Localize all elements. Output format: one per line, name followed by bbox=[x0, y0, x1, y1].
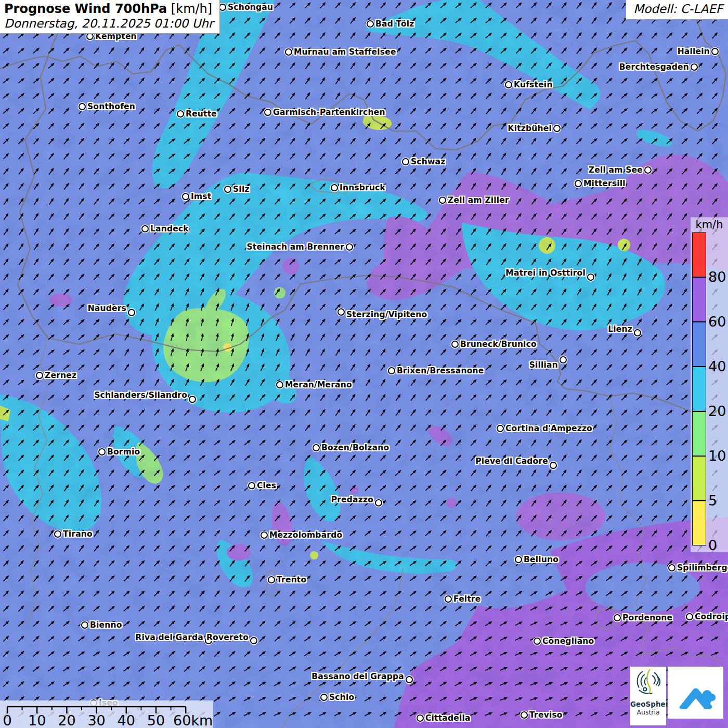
city-marker bbox=[534, 638, 541, 645]
city-marker bbox=[182, 193, 189, 200]
legend-tick-label: 5 bbox=[708, 493, 717, 508]
svg-text:40: 40 bbox=[118, 712, 135, 728]
city-label: Sillian bbox=[529, 360, 558, 370]
city-marker bbox=[320, 694, 328, 701]
city-label: Kufstein bbox=[514, 80, 553, 89]
city-marker bbox=[81, 621, 88, 629]
city-marker bbox=[560, 356, 567, 363]
page-title: Prognose Wind 700hPa [km/h] bbox=[4, 2, 213, 16]
city-marker bbox=[276, 381, 283, 388]
legend-tick-label: 60 bbox=[708, 315, 726, 329]
legend-tick-label: 20 bbox=[708, 404, 726, 418]
city-label: Reutte bbox=[186, 109, 217, 119]
mountain-cloud-icon bbox=[674, 673, 718, 712]
legend-unit-label: km/h bbox=[691, 218, 728, 231]
city-label: Garmisch-Partenkirchen bbox=[273, 108, 385, 117]
city-marker bbox=[375, 499, 382, 506]
city-label: Bozen/Bolzano bbox=[321, 443, 389, 452]
legend-box-10 bbox=[692, 411, 706, 456]
scalebar-graphic: 0102030405060km bbox=[0, 700, 213, 728]
city-label: Sterzing/Vipiteno bbox=[346, 310, 427, 319]
city-marker bbox=[189, 396, 196, 403]
city-label: Matrei in Osttirol bbox=[505, 268, 586, 278]
city-label: Brixen/Bressanone bbox=[397, 366, 484, 375]
city-label: Mezzolombardo bbox=[269, 530, 342, 540]
city-marker bbox=[644, 166, 652, 174]
city-label: Innsbruck bbox=[340, 183, 385, 192]
city-label: Belluno bbox=[524, 555, 558, 564]
city-label: Schlanders/Silandro bbox=[94, 391, 187, 400]
city-marker bbox=[445, 595, 452, 603]
city-label: Bruneck/Brunico bbox=[460, 340, 537, 349]
city-label: Mittersill bbox=[583, 179, 626, 188]
legend-tick-label: 0 bbox=[708, 538, 717, 552]
city-marker bbox=[497, 425, 504, 432]
weather-app-logo bbox=[668, 667, 723, 719]
forecast-datetime: Donnerstag, 20.11.2025 01:00 Uhr bbox=[4, 17, 213, 30]
city-marker bbox=[515, 556, 522, 563]
title-box: Prognose Wind 700hPa [km/h] Donnerstag, … bbox=[0, 0, 220, 34]
legend-box-80 bbox=[692, 232, 706, 277]
city-label: Steinach am Brenner bbox=[246, 242, 344, 252]
city-marker bbox=[285, 48, 292, 56]
city-label: Silz bbox=[233, 185, 250, 194]
city-marker bbox=[406, 676, 413, 683]
city-marker bbox=[402, 158, 409, 165]
legend-box-5 bbox=[692, 456, 706, 501]
city-label: Schio bbox=[329, 693, 354, 702]
city-marker bbox=[86, 33, 94, 40]
city-marker bbox=[388, 367, 395, 374]
city-marker bbox=[177, 110, 184, 118]
city-label: Pordenone bbox=[622, 613, 672, 622]
city-marker bbox=[439, 197, 446, 204]
city-marker bbox=[79, 103, 86, 110]
city-label: Imst bbox=[191, 192, 211, 201]
geosphere-country: Austria bbox=[630, 708, 666, 716]
legend-tick-label: 10 bbox=[708, 449, 726, 463]
city-marker bbox=[98, 448, 106, 456]
legend-tick-label: 80 bbox=[708, 270, 726, 284]
city-marker bbox=[686, 613, 693, 620]
legend-box-60 bbox=[692, 277, 706, 322]
city-label: Treviso bbox=[529, 710, 563, 720]
city-marker bbox=[711, 48, 719, 55]
city-marker bbox=[250, 637, 257, 644]
city-label: Pieve di Cadore bbox=[475, 457, 548, 466]
city-marker bbox=[691, 63, 698, 71]
svg-text:20: 20 bbox=[58, 712, 75, 728]
city-marker bbox=[587, 274, 594, 281]
city-marker bbox=[505, 81, 512, 88]
city-marker bbox=[261, 531, 268, 539]
city-label: Kitzbühel bbox=[508, 124, 552, 133]
city-label: Zell am Ziller bbox=[448, 196, 509, 205]
city-label: Berchtesgaden bbox=[619, 62, 689, 72]
svg-text:30: 30 bbox=[87, 712, 105, 728]
city-marker bbox=[550, 462, 557, 469]
city-label: Codroipo bbox=[695, 612, 728, 621]
city-label: Cittadella bbox=[425, 713, 471, 723]
geosphere-logo: GeoSphere Austria bbox=[630, 667, 666, 725]
city-marker bbox=[128, 309, 135, 316]
city-label: Meran/Merano bbox=[285, 380, 352, 389]
city-label: Tirano bbox=[63, 529, 93, 539]
city-label: Sonthofen bbox=[87, 102, 135, 111]
city-label: Schwaz bbox=[411, 157, 445, 166]
city-labels-layer: SchongauBad TölzKemptenMurnau am Staffel… bbox=[0, 0, 728, 728]
svg-text:0: 0 bbox=[3, 712, 11, 728]
svg-text:60km: 60km bbox=[173, 712, 213, 728]
city-label: Predazzo bbox=[331, 495, 373, 504]
geosphere-contour-icon bbox=[632, 667, 665, 699]
city-label: Zell am See bbox=[589, 165, 643, 175]
geosphere-wordmark: GeoSphere bbox=[630, 700, 666, 708]
city-marker bbox=[417, 714, 424, 722]
city-marker bbox=[346, 243, 353, 251]
city-label: Bad Tölz bbox=[375, 19, 414, 29]
city-label: Zernez bbox=[45, 371, 76, 380]
city-marker bbox=[367, 20, 374, 28]
city-marker bbox=[614, 614, 621, 621]
city-label: Bormio bbox=[107, 447, 140, 457]
city-label: Lienz bbox=[608, 324, 632, 334]
city-marker bbox=[224, 186, 231, 193]
city-label: Schongau bbox=[228, 3, 273, 12]
weather-map-page: SchongauBad TölzKemptenMurnau am Staffel… bbox=[0, 0, 728, 728]
